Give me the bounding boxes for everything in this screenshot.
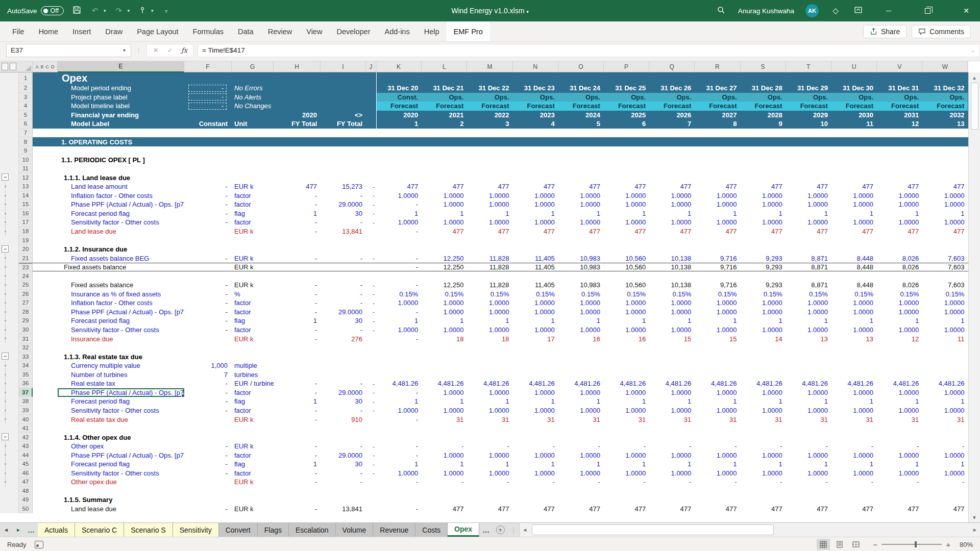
cell-M24[interactable] [467, 271, 512, 281]
cell-K17[interactable]: 1.0000 [376, 218, 422, 227]
row-header-12[interactable]: 12 [19, 173, 33, 182]
cell-G16[interactable]: flag [232, 209, 274, 218]
cell-J21[interactable]: - [366, 254, 376, 263]
cell-O46[interactable]: 1.0000 [558, 469, 604, 478]
cell-M46[interactable]: 1.0000 [467, 469, 512, 478]
cell-W25[interactable]: 7,603 [922, 281, 968, 290]
cell-J41[interactable] [366, 424, 376, 433]
cell-N26[interactable]: 0.15% [513, 290, 558, 299]
row-header-30[interactable]: 30 [19, 325, 33, 335]
cell-Q29[interactable]: 1 [649, 316, 695, 325]
cell-N25[interactable]: 11,405 [513, 281, 558, 290]
cell-ABCD40[interactable] [33, 415, 58, 424]
cell-I2[interactable] [321, 84, 366, 93]
cell-O28[interactable]: 1.0000 [558, 308, 604, 317]
cell-L50[interactable]: 477 [422, 505, 467, 514]
row-header-38[interactable]: 38 [19, 397, 33, 406]
cell-P4[interactable]: Forecast [604, 102, 649, 111]
cell-L38[interactable]: 1 [422, 397, 467, 406]
cell-W48[interactable] [922, 487, 968, 496]
cell-P41[interactable] [604, 424, 649, 433]
cell-V13[interactable]: 477 [877, 182, 922, 191]
row-header-40[interactable]: 40 [19, 415, 33, 424]
cell-S4[interactable]: Forecast [741, 102, 786, 111]
cell-U26[interactable]: 0.15% [831, 290, 877, 299]
cell-K19[interactable] [376, 236, 422, 245]
cell-P27[interactable]: 1.0000 [604, 298, 649, 308]
cell-K35[interactable] [376, 370, 422, 380]
cell-O26[interactable]: 0.15% [558, 290, 604, 299]
cell-H5[interactable]: 2020 [274, 111, 321, 120]
cell-S50[interactable]: 477 [741, 505, 786, 514]
cell-ABCD20[interactable] [33, 245, 58, 254]
cell-H11[interactable] [274, 164, 321, 173]
cell-V36[interactable]: 4,481.26 [877, 379, 922, 388]
cell-W44[interactable]: 1.0000 [922, 450, 968, 460]
cell-K50[interactable]: - [376, 505, 422, 514]
name-box-dropdown-icon[interactable]: ▼ [118, 48, 131, 53]
cell-S46[interactable]: 1.0000 [741, 469, 786, 478]
undo-icon[interactable]: ↶ [89, 6, 101, 15]
column-header-F[interactable]: F [184, 61, 232, 72]
cell-I6[interactable]: FY Total [321, 119, 366, 129]
cell-T24[interactable] [786, 271, 831, 281]
ribbon-tab-view[interactable]: View [299, 21, 329, 41]
cell-S36[interactable]: 4,481.26 [741, 379, 786, 388]
cell-O14[interactable]: 1.0000 [558, 191, 604, 201]
cell-U36[interactable]: 4,481.26 [831, 379, 877, 388]
cell-R1[interactable] [695, 72, 740, 84]
cell-R31[interactable]: 15 [695, 334, 740, 343]
cell-V35[interactable] [877, 370, 922, 380]
cell-L34[interactable] [422, 361, 467, 370]
cell-E48[interactable] [58, 487, 184, 496]
cell-P31[interactable]: 16 [604, 334, 649, 343]
cell-F39[interactable]: - [184, 406, 232, 415]
cell-U9[interactable] [831, 146, 877, 156]
cell-P1[interactable] [604, 72, 649, 84]
cell-K39[interactable]: 1.0000 [376, 406, 422, 415]
row-header-46[interactable]: 46 [19, 469, 33, 478]
cell-K14[interactable]: 1.0000 [376, 191, 422, 201]
cell-L7[interactable] [422, 129, 467, 138]
cell-Q25[interactable]: 10,138 [649, 281, 695, 290]
row-header-23[interactable]: 23 [19, 263, 33, 272]
cell-R41[interactable] [695, 424, 740, 433]
cell-K48[interactable] [376, 487, 422, 496]
search-icon[interactable] [716, 6, 727, 16]
cell-W24[interactable] [922, 271, 968, 281]
cell-W45[interactable]: 1 [922, 460, 968, 469]
cell-U47[interactable]: - [831, 478, 877, 487]
cell-W38[interactable]: 1 [922, 397, 968, 406]
cell-Q17[interactable]: 1.0000 [649, 218, 695, 227]
cell-R26[interactable]: 0.15% [695, 290, 740, 299]
cell-I44[interactable]: 29.0000 [321, 450, 366, 460]
cell-U13[interactable]: 477 [831, 182, 877, 191]
cell-S18[interactable]: 477 [741, 227, 786, 236]
cell-H9[interactable] [274, 146, 321, 156]
cell-U16[interactable]: 1 [831, 209, 877, 218]
cell-S41[interactable] [741, 424, 786, 433]
cell-I15[interactable]: 29.0000 [321, 200, 366, 209]
cell-G28[interactable]: factor [232, 308, 274, 317]
cell-J39[interactable]: - [366, 406, 376, 415]
cell-H28[interactable]: - [274, 308, 321, 317]
cell-M29[interactable]: 1 [467, 316, 512, 325]
cell-J32[interactable] [366, 343, 376, 353]
row-header-11[interactable]: 11 [19, 164, 33, 173]
cell-V50[interactable]: 477 [877, 505, 922, 514]
cell-K6[interactable]: 1 [376, 119, 422, 129]
cell-O6[interactable]: 5 [558, 119, 604, 129]
cell-S16[interactable]: 1 [741, 209, 786, 218]
cell-U4[interactable]: Forecast [831, 102, 877, 111]
cell-M6[interactable]: 3 [467, 119, 512, 129]
cell-N45[interactable]: 1 [513, 460, 558, 469]
cell-T17[interactable]: 1.0000 [786, 218, 831, 227]
cell-Q39[interactable]: 1.0000 [649, 406, 695, 415]
cell-H38[interactable]: 1 [274, 397, 321, 406]
cell-U1[interactable] [831, 72, 877, 84]
cell-I43[interactable]: - [321, 442, 366, 451]
cell-N38[interactable]: 1 [513, 397, 558, 406]
cell-ABCD19[interactable] [33, 236, 58, 245]
sheet-tab-sensitivity[interactable]: Sensitivity [173, 523, 219, 537]
cell-L17[interactable]: 1.0000 [422, 218, 467, 227]
